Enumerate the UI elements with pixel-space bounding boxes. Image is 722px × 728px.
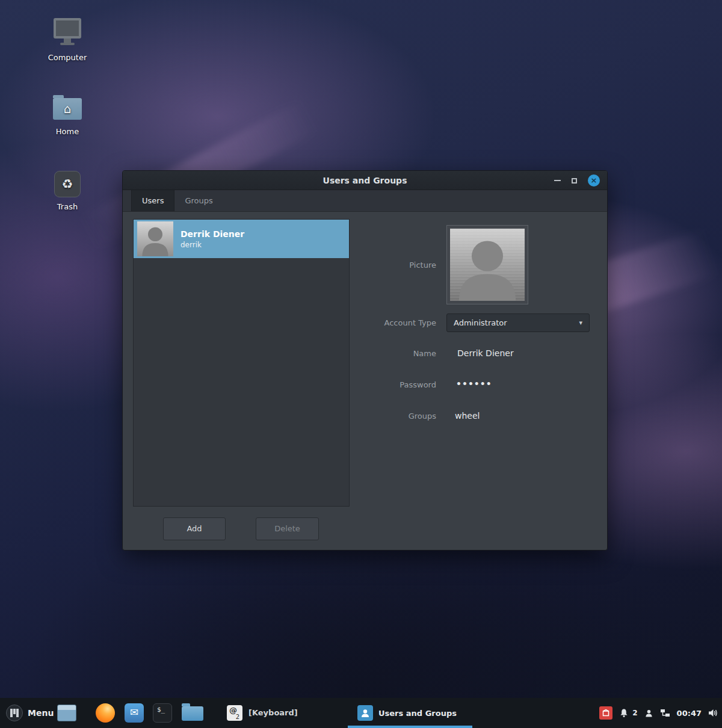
updates-icon[interactable]	[599, 706, 612, 720]
menu-label: Menu	[28, 708, 54, 718]
desktop-icon-label: Trash	[39, 202, 96, 211]
keyboard-num-glyph: 2	[236, 714, 239, 720]
name-value[interactable]: Derrik Diener	[457, 348, 514, 358]
desktop-icon-computer[interactable]: Computer	[39, 18, 96, 62]
home-glyph: ⌂	[64, 102, 72, 116]
desktop-icon-label: Home	[39, 127, 96, 136]
recycle-glyph: ♻	[62, 177, 73, 191]
active-task-underline	[348, 726, 472, 728]
terminal-launcher-icon[interactable]: $_	[153, 703, 172, 723]
person-silhouette-icon	[137, 221, 173, 256]
users-app-icon	[357, 705, 373, 721]
desktop-background: Computer ⌂ Home ♻ Trash Users and Groups…	[0, 0, 722, 728]
account-type-label: Account Type	[326, 318, 436, 327]
user-tray-icon[interactable]	[644, 709, 653, 718]
picture-label: Picture	[326, 261, 436, 270]
notification-count: 2	[632, 709, 637, 717]
groups-value[interactable]: wheel	[455, 411, 480, 421]
tab-groups[interactable]: Groups	[174, 190, 223, 211]
firefox-launcher-icon[interactable]	[96, 703, 115, 723]
account-type-value: Administrator	[454, 318, 507, 327]
user-picture[interactable]	[446, 225, 528, 304]
tab-bar: Users Groups	[123, 190, 607, 212]
maximize-button[interactable]	[572, 178, 577, 184]
keyboard-layout-icon[interactable]: @ 2	[227, 705, 242, 721]
user-username: derrik	[180, 241, 244, 249]
chevron-down-icon: ▾	[579, 319, 582, 327]
trash-icon: ♻	[54, 171, 81, 197]
taskbar: Menu ✉ $_ @ 2 [Keyboard] Users and Group…	[0, 698, 722, 728]
person-silhouette-icon	[450, 229, 525, 301]
name-label: Name	[326, 349, 436, 358]
volume-icon[interactable]	[708, 708, 718, 718]
mail-launcher-icon[interactable]: ✉	[125, 703, 144, 723]
envelope-glyph: ✉	[130, 706, 138, 718]
minimize-button[interactable]	[554, 180, 561, 181]
taskbar-item-label: Users and Groups	[378, 709, 457, 718]
groups-label: Groups	[326, 412, 436, 421]
window-titlebar[interactable]: Users and Groups ×	[123, 171, 607, 190]
user-avatar-thumbnail	[137, 221, 173, 256]
window-title: Users and Groups	[123, 171, 607, 190]
user-fullname: Derrik Diener	[180, 229, 244, 239]
menu-button[interactable]: Menu	[6, 698, 54, 728]
file-manager-launcher-icon[interactable]	[182, 706, 203, 721]
add-button[interactable]: Add	[163, 517, 226, 540]
window-content: Derrik Diener derrik Picture Account Typ…	[123, 212, 607, 550]
user-list-item[interactable]: Derrik Diener derrik	[134, 220, 349, 258]
account-type-dropdown[interactable]: Administrator ▾	[446, 313, 590, 332]
desktop-icon-home[interactable]: ⌂ Home	[39, 95, 96, 136]
show-desktop-button[interactable]	[57, 705, 76, 721]
desktop-icon-label: Computer	[39, 53, 96, 62]
keyboard-indicator-label[interactable]: [Keyboard]	[248, 698, 298, 728]
taskbar-item-users-and-groups[interactable]: Users and Groups	[348, 698, 472, 728]
delete-button[interactable]: Delete	[256, 517, 319, 540]
desktop-icon-trash[interactable]: ♻ Trash	[39, 171, 96, 211]
password-value[interactable]: ••••••	[456, 379, 492, 389]
terminal-glyph: $_	[157, 706, 165, 714]
users-and-groups-window: Users and Groups × Users Groups	[122, 170, 608, 551]
close-button[interactable]: ×	[588, 174, 600, 187]
system-tray: 2 00:47	[599, 698, 718, 728]
user-list[interactable]: Derrik Diener derrik	[133, 219, 350, 507]
network-icon[interactable]	[660, 708, 670, 718]
password-label: Password	[326, 380, 436, 389]
computer-icon	[39, 18, 96, 48]
home-folder-icon: ⌂	[53, 98, 82, 120]
tab-users[interactable]: Users	[131, 190, 174, 211]
manjaro-logo-icon	[6, 705, 23, 721]
clock[interactable]: 00:47	[677, 709, 702, 718]
user-picture-image	[450, 229, 525, 301]
bell-icon[interactable]	[619, 708, 629, 718]
